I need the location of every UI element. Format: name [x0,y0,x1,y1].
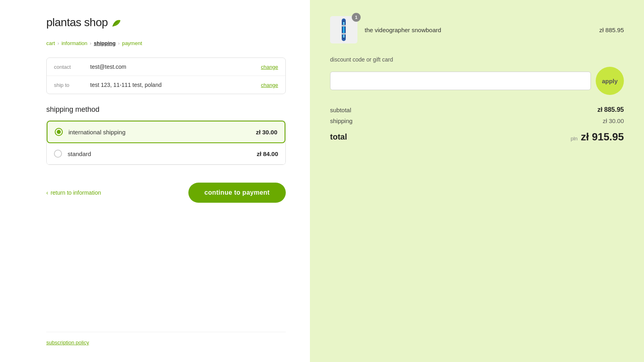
footer-actions: ‹ return to information continue to paym… [46,183,286,203]
svg-rect-8 [341,33,346,35]
breadcrumb-sep-1: › [58,41,59,46]
logo-text: plantas shop [46,16,108,29]
radio-inner-international [57,130,61,134]
svg-rect-5 [343,35,344,38]
breadcrumb-information[interactable]: information [62,40,87,46]
bottom-section: subscription policy [46,308,286,346]
breadcrumb-payment: payment [122,40,142,46]
breadcrumb-shipping[interactable]: shipping [94,40,116,46]
shipping-option-international[interactable]: international shipping zł 30.00 [47,121,285,143]
breadcrumb-sep-2: › [90,41,91,46]
product-quantity-badge: 1 [352,13,361,22]
shipping-cost-value: zł 30.00 [603,117,624,124]
shipping-row: shipping zł 30.00 [330,117,624,124]
total-value: zł 915.95 [581,131,624,143]
contact-value: test@test.com [90,64,261,70]
shipping-options: international shipping zł 30.00 standard… [46,120,286,165]
radio-international[interactable] [55,128,63,136]
svg-rect-3 [344,22,345,25]
shipping-price-standard: zł 84.00 [257,150,278,157]
svg-rect-6 [344,35,345,38]
bottom-divider [46,332,286,332]
discount-label: discount code or gift card [330,56,624,63]
subscription-policy-link[interactable]: subscription policy [46,339,89,346]
back-link[interactable]: ‹ return to information [46,189,101,196]
discount-input[interactable] [330,72,591,90]
subtotal-value: zł 885.95 [597,106,624,113]
product-name: the videographer snowboard [365,27,599,33]
shipto-change-link[interactable]: change [261,82,278,88]
svg-rect-7 [341,25,346,27]
shipto-value: test 123, 11-111 test, poland [90,82,261,88]
shipping-option-standard[interactable]: standard zł 84.00 [47,143,285,165]
svg-rect-4 [343,27,345,33]
product-image-wrap: 1 [330,16,357,43]
contact-change-link[interactable]: change [261,64,278,70]
shipping-name-international: international shipping [68,129,256,136]
left-panel: plantas shop cart › information › shippi… [0,0,310,362]
leaf-icon [110,17,122,28]
radio-standard[interactable] [54,150,62,158]
svg-rect-2 [343,22,344,25]
breadcrumb-cart[interactable]: cart [46,40,55,46]
shipping-price-international: zł 30.00 [256,129,277,136]
shipto-label: ship to [54,82,90,88]
total-amount-wrap: pln zł 915.95 [571,131,624,143]
contact-row: contact test@test.com change [47,58,285,76]
logo: plantas shop [46,16,286,29]
total-row: total pln zł 915.95 [330,131,624,143]
breadcrumb-sep-3: › [118,41,120,46]
back-label: return to information [51,189,101,196]
back-chevron-icon: ‹ [46,189,48,196]
shipto-row: ship to test 123, 11-111 test, poland ch… [47,76,285,94]
contact-label: contact [54,64,90,70]
right-panel: 1 the videographer snowboard zł 885.95 d… [310,0,644,362]
total-currency: pln [571,136,578,142]
continue-button[interactable]: continue to payment [188,183,286,203]
snowboard-illustration [336,18,351,42]
info-card: contact test@test.com change ship to tes… [46,58,286,94]
shipping-cost-label: shipping [330,117,353,124]
shipping-method-title: shipping method [46,105,286,114]
total-label: total [330,132,347,142]
product-price: zł 885.95 [599,27,624,33]
discount-row: apply [330,67,624,95]
product-row: 1 the videographer snowboard zł 885.95 [330,16,624,43]
subtotal-label: subtotal [330,107,351,113]
breadcrumb: cart › information › shipping › payment [46,40,286,46]
subtotal-row: subtotal zł 885.95 [330,106,624,113]
apply-button[interactable]: apply [596,67,624,95]
shipping-name-standard: standard [68,150,257,157]
